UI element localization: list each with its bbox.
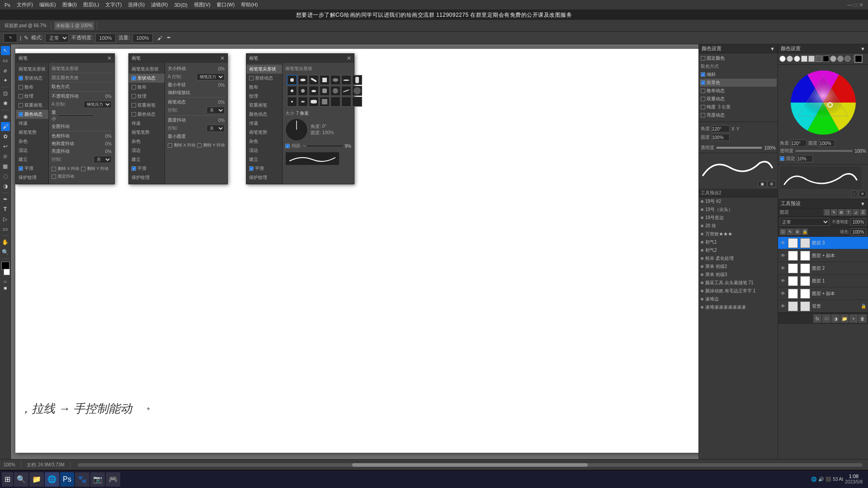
layer-row-4copy[interactable]: 👁 图层 + 副本 xyxy=(778,249,868,262)
bd1-mirrorx-check[interactable] xyxy=(52,167,56,171)
tip-18[interactable] xyxy=(320,97,330,107)
layer-3-eye[interactable]: 👁 xyxy=(780,240,786,246)
swatch-sq2[interactable] xyxy=(808,56,815,62)
bd1-ctrl-select[interactable]: 钢笔压力 xyxy=(84,101,112,108)
bd1-build[interactable]: 建立 xyxy=(16,155,48,164)
taskbar-file-btn[interactable]: 📁 xyxy=(29,472,44,487)
layer-mask-btn[interactable]: ⬭ xyxy=(822,314,830,323)
layer-fx-btn[interactable]: fx xyxy=(813,314,821,323)
layer-ctrl-6[interactable]: ☰ xyxy=(860,209,866,216)
bd1-scatter[interactable]: 散布 xyxy=(16,83,48,92)
tip-1[interactable] xyxy=(287,75,297,85)
menu-edit[interactable]: 编辑(E) xyxy=(37,0,59,9)
brush-dialog-3-close[interactable]: ✕ xyxy=(347,55,351,61)
layer-row-bg[interactable]: 👁 背景 🔒 xyxy=(778,300,868,313)
bd2-texture[interactable]: 纹理 xyxy=(129,92,165,101)
bd2-wet[interactable]: 湿边 xyxy=(129,146,165,155)
tool-move[interactable]: ↖ xyxy=(1,46,10,55)
bd2-dual-check[interactable] xyxy=(132,103,136,108)
layer-2-eye[interactable]: 👁 xyxy=(780,265,786,272)
layer-lock-3[interactable]: ⊕ xyxy=(794,229,801,235)
bd2-transfer[interactable]: 传递 xyxy=(129,119,165,128)
bd1-protect[interactable]: 保护纹理 xyxy=(16,173,48,182)
bd2-mirrory-check[interactable] xyxy=(197,143,202,148)
bd1-color-check[interactable]: ✓ xyxy=(19,112,23,117)
layer-ctrl-2[interactable]: ✎ xyxy=(831,209,837,216)
menu-help[interactable]: 帮助(H) xyxy=(238,0,260,9)
bd1-pose[interactable]: 画笔笔势 xyxy=(16,128,48,137)
bd2-tip-shape[interactable]: 画笔笔尖形状 xyxy=(129,65,165,74)
bd3-build[interactable]: 建立 xyxy=(246,155,282,164)
tip-21[interactable] xyxy=(352,97,362,107)
taskbar-extra-btn2[interactable]: 📷 xyxy=(90,472,105,487)
layer-1copy-eye[interactable]: 👁 xyxy=(780,291,786,297)
tool-spot-heal[interactable]: ◉ xyxy=(1,112,10,121)
preset-item-11[interactable]: 颜采工具.尖头素描笔 71 xyxy=(699,279,778,287)
layer-ctrl-3[interactable]: ⊞ xyxy=(838,209,844,216)
bd2-scatter[interactable]: 散布 xyxy=(129,83,165,92)
bd1-smooth[interactable]: ✓ 平滑 xyxy=(16,164,48,173)
preset-item-4[interactable]: 20 块 xyxy=(699,222,778,230)
layer-del-btn[interactable]: 🗑 xyxy=(859,314,867,323)
brush-preview[interactable]: ✎ xyxy=(4,33,17,42)
bd2-shape-dyn[interactable]: ✓ 形状动态 xyxy=(129,74,165,83)
color-panel-header[interactable]: 颜色设置 ▼ xyxy=(778,44,868,53)
menu-select[interactable]: 选择(S) xyxy=(125,0,147,9)
preset-item-5[interactable]: 万突效★★★ xyxy=(699,230,778,238)
preset-item-3[interactable]: 19号坚边 xyxy=(699,214,778,222)
menu-3d[interactable]: 3D(D) xyxy=(171,1,190,9)
bd2-ctrl2-select[interactable]: 关 xyxy=(207,107,225,114)
layer-blend-mode[interactable]: 正常 xyxy=(780,218,830,226)
cp-stroke-save[interactable]: ▣ xyxy=(758,181,767,187)
cp-main-opacity-slider[interactable] xyxy=(716,146,762,149)
tip-11[interactable] xyxy=(320,86,330,96)
taskbar-extra-btn[interactable]: 🐾 xyxy=(75,472,90,487)
brush-dialog-2-header[interactable]: 画笔 ✕ xyxy=(129,54,227,63)
tool-hand[interactable]: ✋ xyxy=(1,238,10,247)
brush-dialog-1-header[interactable]: 画笔 ✕ xyxy=(16,54,114,63)
layer-new-btn[interactable]: + xyxy=(849,314,858,323)
stroke-del-btn[interactable]: ✕ xyxy=(859,191,866,197)
cp-opacity-slider[interactable] xyxy=(795,150,853,152)
tip-3[interactable] xyxy=(309,75,319,85)
h-scrollbar-thumb[interactable] xyxy=(352,463,588,467)
cp-angle-input[interactable] xyxy=(791,140,807,147)
cp-angle-field[interactable] xyxy=(712,125,730,132)
preset-item-8[interactable]: 粉末 柔化处理 xyxy=(699,254,778,263)
tool-eyedropper[interactable]: ✱ xyxy=(1,99,10,108)
option-opacity-input[interactable] xyxy=(95,33,116,42)
option-flow-input[interactable] xyxy=(132,33,153,42)
cc-check-4[interactable]: ✓ xyxy=(701,80,705,85)
tip-8[interactable] xyxy=(287,86,297,96)
tip-14[interactable] xyxy=(352,86,362,96)
brush-dialog-3-header[interactable]: 画笔 ✕ xyxy=(246,54,354,63)
layer-row-1[interactable]: 👁 图层 1 xyxy=(778,275,868,287)
tip-20[interactable] xyxy=(341,97,351,107)
preset-item-10[interactable]: 厚来 初级3 xyxy=(699,271,778,279)
option-mode-select[interactable]: 正常 xyxy=(45,33,69,42)
tool-eraser[interactable]: ⎚ xyxy=(1,152,10,161)
layer-row-2[interactable]: 👁 图层 2 xyxy=(778,262,868,275)
bd1-min-slider[interactable] xyxy=(58,115,94,117)
cc-check-7[interactable] xyxy=(701,105,705,109)
menu-layer[interactable]: 图层(L) xyxy=(80,0,102,9)
bd2-ctrl3-select[interactable]: 关 xyxy=(207,125,225,132)
menu-image[interactable]: 图像(I) xyxy=(60,0,80,9)
layer-lock-1[interactable]: ⊡ xyxy=(780,229,786,235)
tip-12[interactable] xyxy=(330,86,340,96)
swatch-dgray[interactable] xyxy=(844,56,851,62)
bd2-build[interactable]: 建立 xyxy=(129,155,165,164)
preset-item-6[interactable]: 初气1 xyxy=(699,238,778,246)
bd2-ctrl-select[interactable]: 钢笔压力 xyxy=(197,73,225,80)
bd1-tip-shape[interactable]: 画笔笔尖形状 xyxy=(16,65,48,74)
tip-4[interactable] xyxy=(320,75,330,85)
quick-mask[interactable]: ⬭ xyxy=(4,280,7,284)
tool-zoom[interactable]: 🔍 xyxy=(1,248,10,257)
doc-tab-2[interactable]: 未标题-1 @ 100% xyxy=(54,22,94,30)
bd1-color-dyn[interactable]: ✓ 颜色动态 xyxy=(16,110,48,119)
layer-lock-4[interactable]: 🔒 xyxy=(802,229,808,235)
preset-item-14[interactable]: 凑堆凑凑凑凑凑凑凑 xyxy=(699,303,778,311)
bd3-protect[interactable]: 保护纹理 xyxy=(246,173,282,182)
bd2-color-check[interactable] xyxy=(132,112,136,117)
layer-adj-btn[interactable]: ◑ xyxy=(831,314,840,323)
